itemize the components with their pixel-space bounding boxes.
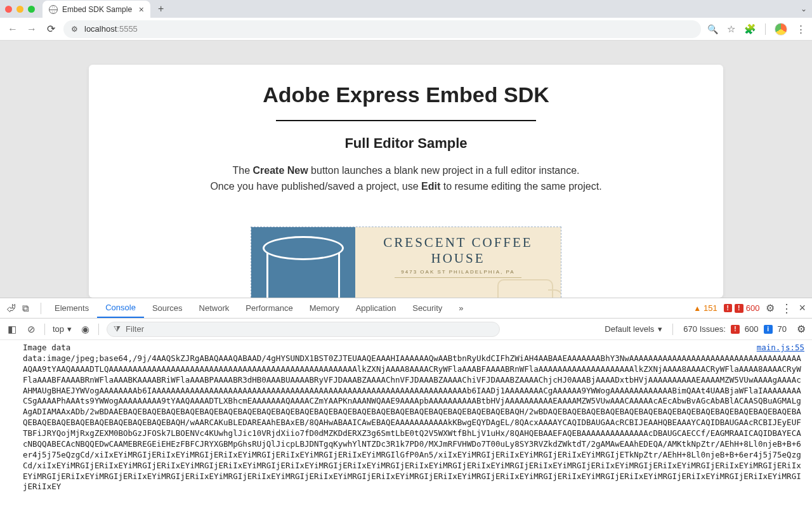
tab-elements[interactable]: Elements [46,298,97,318]
devtools-settings-icon[interactable]: ⚙ [766,302,775,314]
tab-title: Embed SDK Sample [62,5,132,14]
banner-brand: CRESCENT COFFEE HOUSE [355,235,561,267]
log-levels-selector[interactable]: Default levels ▾ [605,324,662,334]
devtools-close-icon[interactable]: × [799,301,806,315]
browser-toolbar: ← → ⟳ ⚙ localhost:5555 🔍 ☆ 🧩 ⋮ [0,18,812,41]
tab-sources[interactable]: Sources [144,298,191,318]
tab-performance[interactable]: Performance [237,298,301,318]
tab-application[interactable]: Application [348,298,405,318]
tab-memory[interactable]: Memory [301,298,348,318]
console-settings-icon[interactable]: ⚙ [797,323,806,335]
browser-tab[interactable]: Embed SDK Sample × [43,1,150,18]
back-button[interactable]: ← [6,23,19,35]
forward-button[interactable]: → [25,23,38,35]
globe-icon [49,5,58,14]
inspect-element-icon[interactable]: ⮰ [6,303,16,313]
log-source-link[interactable]: main.js:55 [757,343,804,353]
device-toolbar-icon[interactable]: ⧉ [22,303,29,314]
devtools-tab-bar: ⮰ ⧉ Elements Console Sources Network Per… [0,298,812,319]
extensions-icon[interactable]: 🧩 [744,23,756,35]
browser-tab-strip: Embed SDK Sample × + ⌄ [0,0,812,18]
banner-cup-art [251,227,355,298]
divider-line [276,120,536,121]
errors-badge[interactable]: !600 [724,303,760,313]
tab-overflow[interactable]: » [450,298,471,318]
banner-text-side: CRESCENT COFFEE HOUSE 9473 OAK ST PHILAD… [355,227,561,298]
clear-console-icon[interactable]: ⊘ [25,324,37,335]
window-minimize-button[interactable] [16,6,23,13]
new-tab-button[interactable]: + [158,3,164,15]
window-maximize-button[interactable] [28,6,35,13]
tab-security[interactable]: Security [404,298,450,318]
warnings-badge[interactable]: 151 [693,303,717,313]
console-sidebar-toggle-icon[interactable]: ◧ [6,324,18,335]
tab-overflow-button[interactable]: ⌄ [801,4,807,13]
tab-console[interactable]: Console [97,298,144,318]
intro-line-1: The Create New button launches a blank n… [114,163,698,178]
console-toolbar: ◧ ⊘ top ▾ ◉ ⧩ Filter Default levels ▾ 67… [0,319,812,340]
address-bar[interactable]: ⚙ localhost:5555 [63,20,701,38]
live-expression-icon[interactable]: ◉ [79,324,91,335]
intro-line-2: Once you have published/saved a project,… [114,179,698,194]
log-label: Image data [23,343,806,353]
filter-placeholder: Filter [126,324,144,334]
tab-close-icon[interactable]: × [139,4,144,15]
content-card: Adobe Express Embed SDK Full Editor Samp… [89,65,723,298]
devtools-menu-icon[interactable]: ⋮ [781,301,792,315]
banner-address: 9473 OAK ST PHILADELPHIA, PA [401,269,514,275]
site-settings-icon[interactable]: ⚙ [71,25,78,34]
reload-button[interactable]: ⟳ [44,23,57,35]
chrome-menu-icon[interactable]: ⋮ [796,23,806,35]
page-title: Adobe Express Embed SDK [114,82,698,107]
zoom-icon[interactable]: 🔍 [707,24,718,34]
page-subtitle: Full Editor Sample [114,135,698,152]
log-data-url: data:image/jpeg;base64,/9j/4AAQSkZJRgABA… [23,353,806,492]
tab-network[interactable]: Network [191,298,238,318]
devtools-panel: ⮰ ⧉ Elements Console Sources Network Per… [0,298,812,507]
issues-summary[interactable]: 670 Issues: !600 i70 [683,324,787,334]
console-filter-input[interactable]: ⧩ Filter [107,322,500,337]
toolbar-right: 🔍 ☆ 🧩 ⋮ [707,23,806,36]
profile-avatar[interactable] [775,23,787,36]
filter-icon: ⧩ [114,324,121,334]
url-text: localhost:5555 [84,24,138,34]
window-controls [5,6,35,13]
page-viewport: Adobe Express Embed SDK Full Editor Samp… [0,41,812,298]
mug-outline-icon [497,279,553,298]
context-selector[interactable]: top ▾ [53,324,72,334]
bookmark-icon[interactable]: ☆ [727,23,735,35]
console-output[interactable]: main.js:55 Image data data:image/jpeg;ba… [0,340,812,507]
divider [765,23,766,35]
sample-banner: CRESCENT COFFEE HOUSE 9473 OAK ST PHILAD… [251,227,561,298]
window-close-button[interactable] [5,6,12,13]
